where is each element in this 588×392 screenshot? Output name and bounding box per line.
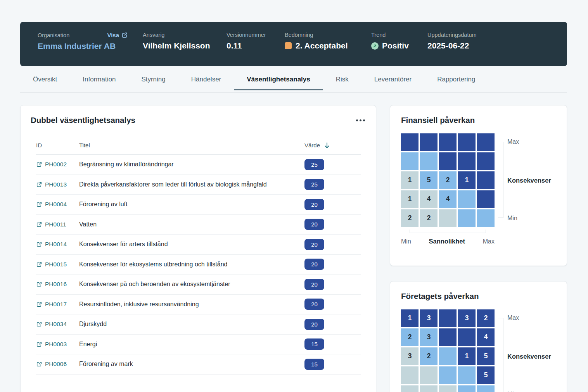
heatmap-cell xyxy=(458,133,476,151)
external-link-icon xyxy=(36,181,42,188)
organisation-label: Organisation xyxy=(38,32,69,38)
tab-bar: ÖversiktInformationStyrningHändelserVäse… xyxy=(20,66,567,93)
x-axis-min-label: Min xyxy=(401,238,411,245)
heatmap-cell xyxy=(439,385,457,392)
row-id-link[interactable]: PH0011 xyxy=(36,221,79,228)
table-row: PH0014Konsekvenser för arters tillstånd2… xyxy=(36,235,361,255)
content-area: Dubbel väsentlighetsanalys ID Titel Värd… xyxy=(20,105,567,392)
external-link-icon xyxy=(36,241,42,247)
tab-styrning[interactable]: Styrning xyxy=(128,66,178,92)
row-id-link[interactable]: PH0017 xyxy=(36,301,79,308)
heatmap-cell xyxy=(477,385,495,392)
heatmap-cell xyxy=(420,385,438,392)
heatmap-cell: 2 xyxy=(401,209,419,227)
company-heatmap: 133223432155 xyxy=(401,309,495,392)
row-id-link[interactable]: PH0002 xyxy=(36,161,79,168)
tab-h-ndelser[interactable]: Händelser xyxy=(178,66,234,92)
row-id-link[interactable]: PH0034 xyxy=(36,321,79,328)
heatmap-cell: 4 xyxy=(477,328,495,346)
y-axis-min-label: Min xyxy=(507,215,517,222)
heatmap-cell: 2 xyxy=(420,347,438,365)
bedomning-value: 2. Acceptabel xyxy=(296,41,348,50)
external-link-icon xyxy=(36,161,42,168)
heatmap-cell: 2 xyxy=(401,328,419,346)
value-badge: 25 xyxy=(304,179,324,190)
financial-panel-title: Finansiell påverkan xyxy=(401,116,556,125)
x-axis-max-label: Max xyxy=(483,238,495,245)
visa-link[interactable]: Visa xyxy=(107,32,128,38)
visa-link-label: Visa xyxy=(107,32,119,38)
heatmap-cell xyxy=(439,209,457,227)
heatmap-cell xyxy=(439,347,457,365)
y-axis-title: Konsekvenser xyxy=(507,176,551,184)
tab-v-sentlighetsanalys[interactable]: Väsentlighetsanalys xyxy=(234,66,323,92)
row-title: Begränsning av klimatförändringar xyxy=(79,161,304,168)
heatmap-cell xyxy=(458,152,476,170)
materiality-card: Dubbel väsentlighetsanalys ID Titel Värd… xyxy=(20,105,376,392)
table-row: PH0015Konsekvenser för ekosystems utbred… xyxy=(36,255,361,275)
ansvarig-label: Ansvarig xyxy=(143,32,227,38)
heatmap-cell xyxy=(458,366,476,384)
table-row: PH0002Begränsning av klimatförändringar2… xyxy=(36,155,361,175)
right-column: Finansiell påverkan 152114422 Min Sannol… xyxy=(390,105,567,392)
value-badge: 20 xyxy=(304,279,324,290)
tab-leverant-rer[interactable]: Leverantörer xyxy=(361,66,424,92)
tab-information[interactable]: Information xyxy=(70,66,128,92)
heatmap-cell: 3 xyxy=(458,309,476,327)
tab-rapportering[interactable]: Rapportering xyxy=(424,66,488,92)
tab-risk[interactable]: Risk xyxy=(323,66,361,92)
row-id-link[interactable]: PH0013 xyxy=(36,181,79,188)
heatmap-cell xyxy=(401,366,419,384)
row-id-link[interactable]: PH0006 xyxy=(36,361,79,368)
external-link-icon xyxy=(36,321,42,327)
heatmap-cell xyxy=(458,209,476,227)
heatmap-cell xyxy=(477,133,495,151)
y-axis-bracket xyxy=(498,318,503,392)
row-id-link[interactable]: PH0004 xyxy=(36,201,79,208)
heatmap-cell xyxy=(420,133,438,151)
uppdateringsdatum-section: Uppdateringsdatum 2025-06-22 xyxy=(427,22,567,66)
row-id-link[interactable]: PH0016 xyxy=(36,281,79,288)
heatmap-cell: 5 xyxy=(477,366,495,384)
organisation-value[interactable]: Emma Industrier AB xyxy=(38,41,128,51)
heatmap-cell xyxy=(439,133,457,151)
row-id-link[interactable]: PH0015 xyxy=(36,261,79,268)
row-id-link[interactable]: PH0014 xyxy=(36,241,79,248)
table-row: PH0004Förorening av luft20 xyxy=(36,195,361,215)
external-link-icon xyxy=(36,261,42,268)
trend-value: Positiv xyxy=(382,41,409,50)
materiality-card-title: Dubbel väsentlighetsanalys xyxy=(31,116,135,125)
table-row: PH0013Direkta påverkansfaktorer som lede… xyxy=(36,175,361,195)
heatmap-cell: 1 xyxy=(401,309,419,327)
value-badge: 20 xyxy=(304,199,324,210)
versionnummer-section: Versionnummer 0.11 xyxy=(227,22,285,66)
heatmap-cell: 1 xyxy=(401,190,419,208)
heatmap-cell xyxy=(401,385,419,392)
card-menu-button[interactable] xyxy=(355,117,366,124)
sort-desc-icon xyxy=(324,142,330,149)
company-impact-panel: Företagets påverkan 133223432155 Min San… xyxy=(390,281,567,392)
materiality-table: ID Titel Värde PH0002Begränsning av klim… xyxy=(36,136,361,375)
versionnummer-value: 0.11 xyxy=(227,41,285,50)
summary-header: Organisation Visa Emma Industrier AB Ans… xyxy=(20,22,567,66)
y-axis-title: Konsekvenser xyxy=(507,352,551,360)
table-row: PH0006Förorening av mark15 xyxy=(36,354,361,375)
table-row: PH0003Energi15 xyxy=(36,335,361,355)
external-link-icon xyxy=(36,221,42,228)
heatmap-cell: 3 xyxy=(401,347,419,365)
heatmap-cell: 5 xyxy=(420,171,438,189)
bedomning-section: Bedömning 2. Acceptabel xyxy=(285,22,371,66)
bedomning-status-icon xyxy=(285,42,292,49)
row-id-link[interactable]: PH0003 xyxy=(36,341,79,348)
row-title: Djurskydd xyxy=(79,321,304,328)
heatmap-cell xyxy=(439,366,457,384)
heatmap-cell: 4 xyxy=(420,190,438,208)
value-badge: 15 xyxy=(304,338,324,350)
row-title: Resursinflöden, inklusive resursanvändni… xyxy=(79,301,304,308)
heatmap-cell: 3 xyxy=(420,309,438,327)
column-header-value[interactable]: Värde xyxy=(304,142,361,149)
row-title: Direkta påverkansfaktorer som leder till… xyxy=(79,181,304,188)
heatmap-cell: 2 xyxy=(420,209,438,227)
heatmap-cell xyxy=(477,209,495,227)
tab--versikt[interactable]: Översikt xyxy=(20,66,70,92)
